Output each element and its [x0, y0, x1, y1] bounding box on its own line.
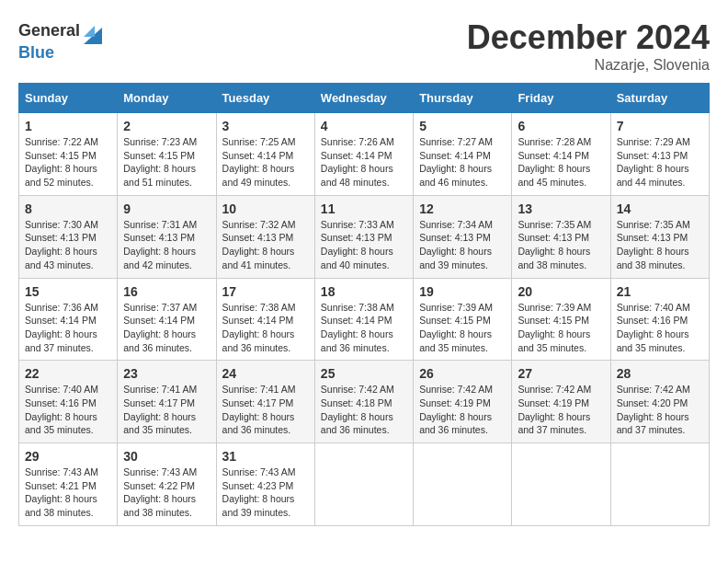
day-number: 30	[123, 449, 210, 464]
sunrise-label: Sunrise: 7:37 AM	[123, 302, 197, 313]
daylight-label: Daylight: 8 hours and 38 minutes.	[123, 493, 196, 518]
table-row: 17 Sunrise: 7:38 AM Sunset: 4:14 PM Dayl…	[216, 278, 314, 361]
sunset-label: Sunset: 4:18 PM	[321, 397, 392, 408]
sunrise-label: Sunrise: 7:39 AM	[518, 302, 591, 313]
day-number: 7	[617, 119, 703, 133]
sunrise-label: Sunrise: 7:35 AM	[617, 219, 690, 230]
table-row: 5 Sunrise: 7:27 AM Sunset: 4:14 PM Dayli…	[414, 113, 512, 196]
day-info: Sunrise: 7:32 AM Sunset: 4:13 PM Dayligh…	[222, 218, 309, 272]
daylight-label: Daylight: 8 hours and 44 minutes.	[617, 163, 689, 188]
table-row: 30 Sunrise: 7:43 AM Sunset: 4:22 PM Dayl…	[118, 443, 216, 526]
table-row: 23 Sunrise: 7:41 AM Sunset: 4:17 PM Dayl…	[118, 361, 216, 443]
day-info: Sunrise: 7:43 AM Sunset: 4:23 PM Dayligh…	[222, 465, 309, 520]
logo: General Blue	[18, 18, 102, 63]
sunset-label: Sunset: 4:13 PM	[321, 232, 392, 243]
calendar-title: December 2024	[467, 18, 710, 57]
sunset-label: Sunset: 4:13 PM	[617, 150, 688, 161]
day-info: Sunrise: 7:23 AM Sunset: 4:15 PM Dayligh…	[123, 135, 210, 190]
sunrise-label: Sunrise: 7:28 AM	[518, 136, 591, 147]
day-info: Sunrise: 7:38 AM Sunset: 4:14 PM Dayligh…	[321, 301, 407, 355]
day-info: Sunrise: 7:40 AM Sunset: 4:16 PM Dayligh…	[25, 383, 111, 437]
sunset-label: Sunset: 4:15 PM	[419, 315, 491, 326]
col-monday: Monday	[118, 84, 216, 113]
sunset-label: Sunset: 4:20 PM	[617, 397, 688, 408]
col-tuesday: Tuesday	[216, 84, 314, 113]
col-friday: Friday	[512, 84, 610, 113]
sunset-label: Sunset: 4:22 PM	[123, 480, 195, 491]
sunset-label: Sunset: 4:15 PM	[25, 150, 97, 161]
sunrise-label: Sunrise: 7:42 AM	[321, 384, 394, 395]
daylight-label: Daylight: 8 hours and 38 minutes.	[617, 246, 689, 270]
table-row	[512, 443, 610, 526]
day-info: Sunrise: 7:39 AM Sunset: 4:15 PM Dayligh…	[518, 301, 604, 355]
daylight-label: Daylight: 8 hours and 36 minutes.	[321, 411, 393, 436]
col-saturday: Saturday	[610, 84, 709, 113]
sunrise-label: Sunrise: 7:22 AM	[25, 136, 98, 147]
sunset-label: Sunset: 4:14 PM	[123, 315, 195, 326]
daylight-label: Daylight: 8 hours and 35 minutes.	[25, 411, 97, 436]
day-number: 11	[321, 201, 407, 216]
day-number: 1	[25, 119, 111, 133]
header: General Blue December 2024 Nazarje, Slov…	[18, 18, 710, 74]
day-info: Sunrise: 7:38 AM Sunset: 4:14 PM Dayligh…	[222, 301, 309, 355]
sunset-label: Sunset: 4:14 PM	[419, 150, 491, 161]
daylight-label: Daylight: 8 hours and 35 minutes.	[419, 328, 492, 353]
day-number: 29	[25, 449, 111, 464]
sunset-label: Sunset: 4:23 PM	[222, 480, 294, 491]
day-info: Sunrise: 7:42 AM Sunset: 4:19 PM Dayligh…	[419, 383, 506, 437]
sunrise-label: Sunrise: 7:43 AM	[25, 466, 98, 477]
daylight-label: Daylight: 8 hours and 37 minutes.	[25, 328, 97, 353]
sunset-label: Sunset: 4:13 PM	[518, 232, 589, 243]
daylight-label: Daylight: 8 hours and 37 minutes.	[518, 411, 590, 436]
table-row: 16 Sunrise: 7:37 AM Sunset: 4:14 PM Dayl…	[118, 278, 216, 361]
table-row: 29 Sunrise: 7:43 AM Sunset: 4:21 PM Dayl…	[19, 443, 118, 526]
table-row: 15 Sunrise: 7:36 AM Sunset: 4:14 PM Dayl…	[19, 278, 118, 361]
sunrise-label: Sunrise: 7:39 AM	[419, 302, 493, 313]
table-row	[314, 443, 413, 526]
day-number: 24	[222, 366, 309, 381]
logo-text: General Blue	[18, 18, 102, 63]
table-row	[610, 443, 709, 526]
day-info: Sunrise: 7:31 AM Sunset: 4:13 PM Dayligh…	[123, 218, 210, 272]
table-row	[414, 443, 512, 526]
day-number: 17	[222, 284, 309, 299]
calendar-week-row: 29 Sunrise: 7:43 AM Sunset: 4:21 PM Dayl…	[19, 443, 710, 526]
table-row: 10 Sunrise: 7:32 AM Sunset: 4:13 PM Dayl…	[216, 195, 314, 278]
daylight-label: Daylight: 8 hours and 48 minutes.	[321, 163, 393, 188]
daylight-label: Daylight: 8 hours and 51 minutes.	[123, 163, 196, 188]
daylight-label: Daylight: 8 hours and 36 minutes.	[321, 328, 393, 353]
table-row: 25 Sunrise: 7:42 AM Sunset: 4:18 PM Dayl…	[314, 361, 413, 443]
sunrise-label: Sunrise: 7:33 AM	[321, 219, 394, 230]
sunrise-label: Sunrise: 7:31 AM	[123, 219, 197, 230]
day-info: Sunrise: 7:35 AM Sunset: 4:13 PM Dayligh…	[617, 218, 703, 272]
daylight-label: Daylight: 8 hours and 43 minutes.	[25, 246, 97, 270]
page-container: General Blue December 2024 Nazarje, Slov…	[18, 18, 710, 526]
daylight-label: Daylight: 8 hours and 38 minutes.	[25, 493, 97, 518]
sunset-label: Sunset: 4:14 PM	[321, 150, 392, 161]
table-row: 24 Sunrise: 7:41 AM Sunset: 4:17 PM Dayl…	[216, 361, 314, 443]
sunrise-label: Sunrise: 7:41 AM	[123, 384, 197, 395]
day-info: Sunrise: 7:33 AM Sunset: 4:13 PM Dayligh…	[321, 218, 407, 272]
daylight-label: Daylight: 8 hours and 49 minutes.	[222, 163, 295, 188]
table-row: 1 Sunrise: 7:22 AM Sunset: 4:15 PM Dayli…	[19, 113, 118, 196]
col-thursday: Thursday	[414, 84, 512, 113]
sunset-label: Sunset: 4:13 PM	[222, 232, 294, 243]
sunset-label: Sunset: 4:17 PM	[123, 397, 195, 408]
sunset-label: Sunset: 4:13 PM	[25, 232, 97, 243]
daylight-label: Daylight: 8 hours and 40 minutes.	[321, 246, 393, 270]
day-number: 6	[518, 119, 604, 133]
logo-general: General	[18, 22, 80, 40]
day-info: Sunrise: 7:26 AM Sunset: 4:14 PM Dayligh…	[321, 135, 407, 190]
day-number: 8	[25, 201, 111, 216]
day-info: Sunrise: 7:22 AM Sunset: 4:15 PM Dayligh…	[25, 135, 111, 190]
day-number: 9	[123, 201, 210, 216]
table-row: 26 Sunrise: 7:42 AM Sunset: 4:19 PM Dayl…	[414, 361, 512, 443]
sunrise-label: Sunrise: 7:43 AM	[222, 466, 296, 477]
table-row: 14 Sunrise: 7:35 AM Sunset: 4:13 PM Dayl…	[610, 195, 709, 278]
sunset-label: Sunset: 4:19 PM	[518, 397, 589, 408]
table-row: 28 Sunrise: 7:42 AM Sunset: 4:20 PM Dayl…	[610, 361, 709, 443]
day-info: Sunrise: 7:37 AM Sunset: 4:14 PM Dayligh…	[123, 301, 210, 355]
day-info: Sunrise: 7:36 AM Sunset: 4:14 PM Dayligh…	[25, 301, 111, 355]
daylight-label: Daylight: 8 hours and 37 minutes.	[617, 411, 689, 436]
table-row: 20 Sunrise: 7:39 AM Sunset: 4:15 PM Dayl…	[512, 278, 610, 361]
